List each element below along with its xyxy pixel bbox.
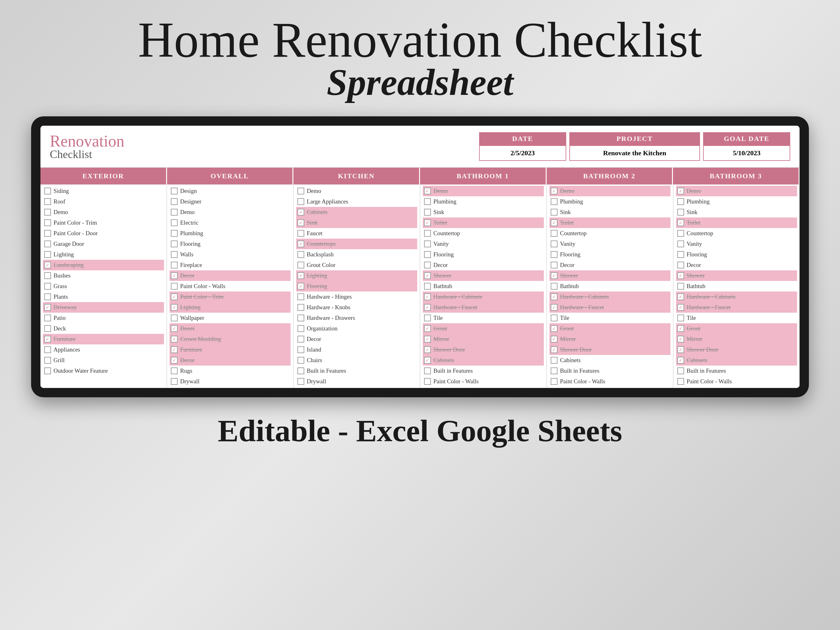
checkbox[interactable]: ✓ — [44, 262, 51, 268]
checkbox[interactable] — [551, 357, 557, 364]
list-item[interactable]: ✓Sink — [296, 218, 417, 228]
list-item[interactable]: ✓Shower — [423, 270, 544, 281]
list-item[interactable]: Decor — [296, 334, 417, 344]
list-item[interactable]: Vanity — [549, 238, 671, 249]
checkbox[interactable] — [677, 198, 684, 205]
list-item[interactable]: ✓Toilet — [423, 218, 544, 228]
checkbox[interactable] — [171, 283, 178, 290]
checkbox[interactable]: ✓ — [171, 325, 178, 332]
checkbox[interactable]: ✓ — [677, 304, 684, 311]
list-item[interactable]: Bushes — [43, 270, 164, 281]
checkbox[interactable] — [551, 198, 557, 205]
checkbox[interactable] — [677, 378, 684, 385]
checkbox[interactable]: ✓ — [44, 304, 51, 311]
checkbox[interactable]: ✓ — [297, 283, 304, 290]
list-item[interactable]: Built in Features — [423, 366, 544, 376]
checkbox[interactable] — [171, 219, 178, 226]
list-item[interactable]: Hardware - Knobs — [296, 302, 417, 313]
list-item[interactable]: Deck — [43, 323, 164, 334]
list-item[interactable]: Sink — [676, 207, 797, 218]
list-item[interactable]: Lighting — [43, 249, 164, 260]
checkbox[interactable] — [44, 325, 51, 332]
checkbox[interactable] — [44, 188, 51, 194]
list-item[interactable]: Countertop — [676, 228, 797, 238]
checkbox[interactable] — [297, 230, 304, 237]
checkbox[interactable] — [297, 357, 304, 364]
list-item[interactable]: Built in Features — [549, 366, 671, 376]
checkbox[interactable] — [171, 230, 178, 237]
list-item[interactable]: ✓Paint Color - Trim — [169, 292, 291, 302]
checkbox[interactable] — [677, 314, 684, 321]
list-item[interactable]: Bathtub — [676, 281, 797, 292]
checkbox[interactable]: ✓ — [677, 294, 684, 300]
list-item[interactable]: Flooring — [676, 249, 797, 260]
list-item[interactable]: ✓Hardware - Faucet — [423, 302, 544, 313]
checkbox[interactable]: ✓ — [551, 336, 557, 343]
checkbox[interactable] — [44, 357, 51, 364]
checkbox[interactable]: ✓ — [424, 346, 431, 353]
checkbox[interactable] — [44, 294, 51, 300]
checkbox[interactable]: ✓ — [297, 209, 304, 216]
checkbox[interactable] — [171, 262, 178, 268]
list-item[interactable]: Paint Color - Trim — [43, 218, 164, 228]
checkbox[interactable]: ✓ — [297, 219, 304, 226]
checkbox[interactable] — [44, 314, 51, 321]
list-item[interactable]: ✓Shower Door — [549, 344, 671, 355]
list-item[interactable]: ✓Landscaping — [43, 260, 164, 270]
list-item[interactable]: Organization — [296, 323, 417, 334]
checkbox[interactable] — [551, 240, 557, 247]
list-item[interactable]: ✓Shower Door — [423, 344, 544, 355]
checkbox[interactable]: ✓ — [677, 357, 684, 364]
list-item[interactable]: Grill — [43, 355, 164, 366]
list-item[interactable]: Decor — [676, 260, 797, 270]
checkbox[interactable] — [424, 283, 431, 290]
checkbox[interactable] — [424, 251, 431, 258]
checkbox[interactable] — [171, 378, 178, 385]
list-item[interactable]: ✓Crown Moulding — [169, 334, 291, 344]
list-item[interactable]: ✓Driveway — [43, 302, 164, 313]
checkbox[interactable]: ✓ — [171, 346, 178, 353]
list-item[interactable]: ✓Decor — [169, 270, 291, 281]
checkbox[interactable]: ✓ — [171, 336, 178, 343]
list-item[interactable]: Demo — [296, 186, 417, 196]
list-item[interactable]: ✓Mirror — [549, 334, 671, 344]
list-item[interactable]: ✓Hardware - Cabinets — [676, 292, 797, 302]
list-item[interactable]: Grout Color — [296, 260, 417, 270]
checkbox[interactable] — [424, 230, 431, 237]
checkbox[interactable] — [551, 314, 557, 321]
checkbox[interactable] — [424, 198, 431, 205]
checkbox[interactable] — [171, 240, 178, 247]
checkbox[interactable] — [44, 283, 51, 290]
checkbox[interactable] — [677, 230, 684, 237]
list-item[interactable]: ✓Countertops — [296, 238, 417, 249]
checkbox[interactable]: ✓ — [424, 325, 431, 332]
checkbox[interactable] — [677, 251, 684, 258]
list-item[interactable]: ✓Mirror — [423, 334, 544, 344]
list-item[interactable]: ✓Demo — [676, 186, 797, 196]
checkbox[interactable] — [297, 304, 304, 311]
list-item[interactable]: Vanity — [423, 238, 544, 249]
list-item[interactable]: Chairs — [296, 355, 417, 366]
list-item[interactable]: Design — [169, 186, 291, 196]
checkbox[interactable]: ✓ — [677, 188, 684, 194]
list-item[interactable]: Plumbing — [549, 196, 671, 207]
checkbox[interactable]: ✓ — [424, 188, 431, 194]
checkbox[interactable]: ✓ — [551, 325, 557, 332]
checkbox[interactable]: ✓ — [297, 272, 304, 279]
checkbox[interactable] — [44, 272, 51, 279]
checkbox[interactable]: ✓ — [551, 304, 557, 311]
list-item[interactable]: Decor — [549, 260, 671, 270]
checkbox[interactable] — [297, 294, 304, 300]
checkbox[interactable] — [677, 209, 684, 216]
checkbox[interactable] — [677, 368, 684, 374]
checkbox[interactable] — [171, 209, 178, 216]
project-value[interactable]: Renovate the Kitchen — [569, 145, 700, 161]
list-item[interactable]: Backsplash — [296, 249, 417, 260]
list-item[interactable]: ✓Toilet — [549, 218, 671, 228]
list-item[interactable]: ✓Demo — [549, 186, 671, 196]
checkbox[interactable] — [171, 198, 178, 205]
list-item[interactable]: ✓Hardware - Cabinets — [423, 292, 544, 302]
list-item[interactable]: Rugs — [169, 366, 291, 376]
checkbox[interactable] — [44, 198, 51, 205]
list-item[interactable]: Bathtub — [423, 281, 544, 292]
